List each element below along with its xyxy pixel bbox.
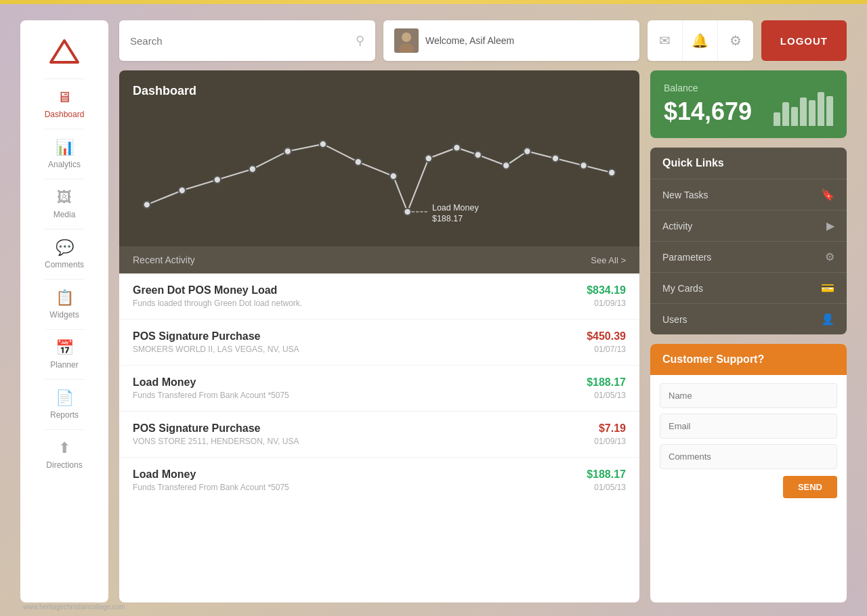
tx-left-4: Load Money Funds Transfered From Bank Ac… (133, 468, 289, 492)
logout-button[interactable]: LOGOUT (761, 20, 847, 61)
settings-button[interactable]: ⚙ (718, 20, 753, 61)
send-button[interactable]: SEND (783, 476, 837, 498)
quick-link-new-tasks[interactable]: New Tasks🔖 (650, 179, 847, 211)
transaction-row: Green Dot POS Money Load Funds loaded th… (119, 273, 639, 320)
reports-icon: 📄 (56, 389, 74, 407)
sidebar-item-analytics[interactable]: 📊Analytics (45, 129, 85, 179)
svg-text:$188.17: $188.17 (432, 214, 463, 223)
sidebar-label-widgets: Widgets (49, 310, 79, 320)
sidebar-item-reports[interactable]: 📄Reports (45, 379, 85, 429)
tx-sub-3: VONS STORE 2511, HENDERSON, NV, USA (133, 437, 299, 446)
user-box: Welcome, Asif Aleem (383, 20, 639, 61)
sidebar-item-dashboard[interactable]: 🖥Dashboard (45, 79, 85, 129)
svg-point-11 (390, 173, 397, 180)
sidebar-label-media: Media (54, 210, 76, 219)
svg-point-15 (474, 151, 481, 158)
support-card: Customer Support? SEND (650, 344, 847, 602)
sidebar-item-widgets[interactable]: 📋Widgets (45, 279, 85, 329)
support-name-input[interactable] (660, 383, 837, 408)
svg-point-19 (580, 162, 587, 169)
quick-link-parameters[interactable]: Parameters⚙ (650, 242, 847, 273)
dashboard-panel: Dashboard (119, 70, 639, 602)
svg-point-17 (524, 148, 530, 155)
tx-date-2: 01/05/13 (587, 391, 626, 400)
balance-bar-5 (818, 92, 824, 126)
balance-bar-2 (791, 107, 798, 126)
tx-title-1: POS Signature Purchase (133, 330, 299, 343)
transaction-row: POS Signature Purchase VONS STORE 2511, … (119, 412, 639, 458)
svg-point-8 (284, 148, 291, 155)
tx-amount-2: $188.17 (587, 376, 626, 389)
activity-label: Recent Activity (133, 255, 195, 265)
see-all-button[interactable]: See All > (591, 255, 626, 265)
ql-icon-4: 👤 (821, 313, 834, 326)
quick-link-users[interactable]: Users👤 (650, 304, 847, 334)
svg-point-20 (608, 169, 615, 177)
tx-sub-2: Funds Transfered From Bank Acount *5075 (133, 391, 289, 400)
planner-icon: 📅 (56, 339, 74, 357)
support-email-input[interactable] (660, 414, 837, 439)
sidebar-item-comments[interactable]: 💬Comments (45, 229, 85, 279)
search-box[interactable]: ⚲ (119, 20, 375, 61)
ql-icon-3: 💳 (821, 282, 834, 294)
quick-link-activity[interactable]: Activity▶ (650, 211, 847, 242)
svg-point-14 (453, 144, 460, 152)
transaction-row: Load Money Funds Transfered From Bank Ac… (119, 458, 639, 503)
svg-point-13 (425, 155, 432, 162)
ql-label-4: Users (662, 314, 688, 325)
svg-point-2 (402, 32, 411, 42)
balance-card: Balance $14,679 (650, 70, 847, 138)
tx-date-0: 01/09/13 (587, 299, 626, 308)
logo (48, 31, 81, 79)
tx-title-3: POS Signature Purchase (133, 422, 299, 435)
tx-right-3: $7.19 01/09/13 (594, 422, 626, 446)
user-name: Welcome, Asif Aleem (425, 35, 514, 46)
ql-label-0: New Tasks (662, 190, 708, 200)
sidebar-item-media[interactable]: 🖼Media (45, 179, 85, 229)
ql-label-2: Parameters (662, 252, 711, 263)
balance-bar-0 (774, 112, 780, 126)
tx-left-0: Green Dot POS Money Load Funds loaded th… (133, 284, 302, 308)
sidebar-item-planner[interactable]: 📅Planner (45, 329, 85, 379)
svg-marker-0 (51, 41, 78, 62)
notifications-button[interactable]: 🔔 (683, 20, 718, 61)
widgets-icon: 📋 (56, 289, 74, 307)
tx-left-2: Load Money Funds Transfered From Bank Ac… (133, 376, 289, 400)
ql-label-3: My Cards (662, 283, 703, 294)
tx-right-1: $450.39 01/07/13 (587, 330, 626, 354)
balance-bar-3 (800, 97, 807, 126)
search-input[interactable] (130, 35, 356, 47)
tx-title-0: Green Dot POS Money Load (133, 284, 302, 296)
tx-sub-1: SMOKERS WORLD II, LAS VEGAS, NV, USA (133, 345, 299, 354)
tx-date-4: 01/05/13 (587, 483, 626, 492)
main-content: ⚲ Welcome, Asif Aleem ✉ 🔔 ⚙ LOGOUT (119, 20, 847, 602)
transaction-row: POS Signature Purchase SMOKERS WORLD II,… (119, 320, 639, 366)
tx-left-3: POS Signature Purchase VONS STORE 2511, … (133, 422, 299, 446)
tx-sub-0: Funds loaded through Green Dot load netw… (133, 299, 302, 308)
ql-icon-0: 🔖 (821, 188, 834, 201)
svg-point-6 (214, 176, 221, 183)
dashboard-icon: 🖥 (57, 89, 72, 106)
svg-text:Load Money: Load Money (432, 203, 479, 213)
sidebar-label-analytics: Analytics (48, 160, 81, 169)
tx-date-1: 01/07/13 (587, 345, 626, 354)
support-comments-input[interactable] (660, 444, 837, 469)
tx-right-2: $188.17 01/05/13 (587, 376, 626, 400)
quick-link-my-cards[interactable]: My Cards💳 (650, 273, 847, 304)
content-row: Dashboard (119, 70, 847, 602)
activity-bar: Recent Activity See All > (119, 246, 639, 273)
ql-label-1: Activity (662, 221, 692, 232)
support-body: SEND (650, 375, 847, 506)
sidebar-item-directions[interactable]: ⬆Directions (45, 429, 85, 479)
transaction-row: Load Money Funds Transfered From Bank Ac… (119, 366, 639, 412)
ql-icon-2: ⚙ (825, 250, 834, 263)
svg-point-7 (249, 165, 256, 173)
avatar (394, 28, 419, 53)
header: ⚲ Welcome, Asif Aleem ✉ 🔔 ⚙ LOGOUT (119, 20, 847, 61)
tx-left-1: POS Signature Purchase SMOKERS WORLD II,… (133, 330, 299, 354)
line-chart: Load Money $188.17 (133, 105, 626, 240)
svg-point-10 (355, 158, 362, 166)
search-icon: ⚲ (356, 33, 364, 48)
sidebar-label-reports: Reports (50, 410, 79, 420)
messages-button[interactable]: ✉ (648, 20, 683, 61)
